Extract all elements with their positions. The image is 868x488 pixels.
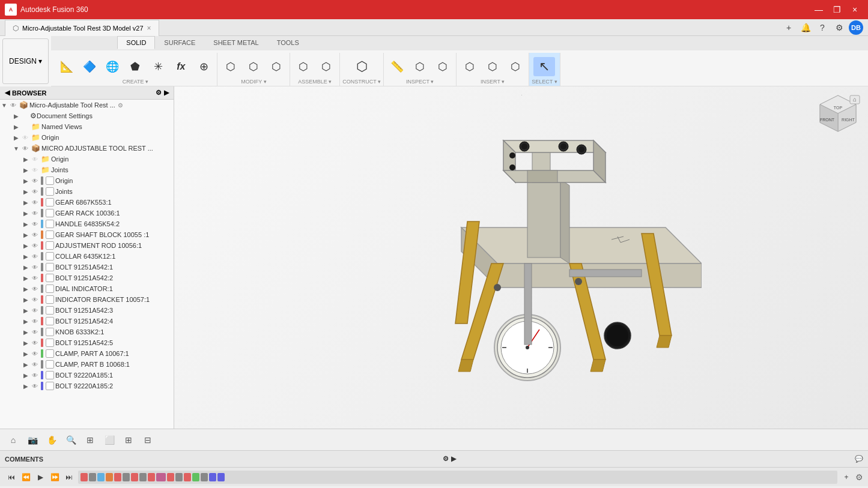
new-tab-btn[interactable]: + bbox=[782, 20, 796, 35]
tree-root[interactable]: ▼ 👁 📦 Micro-Adjustable Tool Rest ... ⚙ bbox=[0, 100, 174, 110]
parts-list: ▶👁 Origin▶👁 Joints▶👁 GEAR 6867K553:1▶👁 G… bbox=[0, 175, 174, 391]
svg-marker-0 bbox=[461, 227, 702, 264]
create-fx-btn[interactable]: fx bbox=[170, 59, 192, 74]
tree-part-9[interactable]: ▶👁 BOLT 91251A542:2 bbox=[0, 273, 174, 283]
tree-part-18[interactable]: ▶👁 BOLT 92220A185:1 bbox=[0, 370, 174, 381]
timeline-track[interactable] bbox=[78, 471, 837, 484]
root-options[interactable]: ⚙ bbox=[118, 102, 123, 109]
toolbar-wrapper: DESIGN ▾ SOLID SURFACE SHEET METAL TOOLS… bbox=[0, 36, 868, 86]
maximize-btn[interactable]: ❐ bbox=[828, 1, 845, 18]
tree-part-16[interactable]: ▶👁 CLAMP, PART A 10067:1 bbox=[0, 348, 174, 359]
tree-origin2[interactable]: ▶ 👁 📁 Origin bbox=[0, 154, 174, 164]
tree-named-views[interactable]: ▶ 📁 Named Views bbox=[0, 121, 174, 132]
tree-part-14[interactable]: ▶👁 KNOB 6333K2:1 bbox=[0, 327, 174, 337]
user-btn[interactable]: DB bbox=[849, 20, 863, 35]
tab-right-controls: + 🔔 ? ⚙ DB bbox=[782, 19, 863, 35]
tree-origin[interactable]: ▶ 👁 📁 Origin bbox=[0, 132, 174, 143]
ribbon-toolbar: 📐 🔷 🌐 ⬟ ✳ fx bbox=[51, 50, 868, 86]
tree-part-3[interactable]: ▶👁 GEAR RACK 10036:1 bbox=[0, 208, 174, 218]
create-extrude-btn[interactable]: 🔷 bbox=[79, 59, 100, 74]
tree-part-13[interactable]: ▶👁 BOLT 91251A542:4 bbox=[0, 316, 174, 327]
minimize-btn[interactable]: — bbox=[810, 1, 827, 18]
modify-btn1[interactable]: ⬡ bbox=[220, 59, 241, 74]
svg-point-16 bbox=[509, 152, 515, 158]
timeline-play-btn[interactable]: ▶ bbox=[34, 471, 47, 484]
browser-more-icon[interactable]: ▶ bbox=[164, 89, 169, 97]
tab-surface[interactable]: SURFACE bbox=[155, 36, 204, 49]
tab-close-btn[interactable]: × bbox=[147, 24, 151, 32]
inspect-measure-btn[interactable]: 📏 bbox=[386, 59, 408, 74]
tree-part-5[interactable]: ▶👁 GEAR SHAFT BLOCK 10055 :1 bbox=[0, 229, 174, 240]
tree-part-10[interactable]: ▶👁 DIAL INDICATOR:1 bbox=[0, 283, 174, 294]
timeline-first-btn[interactable]: ⏮ bbox=[5, 471, 18, 484]
modify-btn2[interactable]: ⬡ bbox=[243, 59, 264, 74]
tree-assembly[interactable]: ▼ 👁 📦 MICRO ADJUSTABLE TOOL REST ... bbox=[0, 143, 174, 154]
tree-doc-settings[interactable]: ▶ ⚙ Document Settings bbox=[0, 110, 174, 121]
create-revolve-btn[interactable]: 🌐 bbox=[102, 59, 123, 74]
tree-part-7[interactable]: ▶👁 COLLAR 6435K12:1 bbox=[0, 251, 174, 262]
svg-marker-24 bbox=[657, 336, 672, 348]
create-sweep-btn[interactable]: ⬟ bbox=[124, 59, 146, 74]
svg-marker-6 bbox=[503, 140, 605, 152]
camera-btn[interactable]: 📷 bbox=[24, 432, 41, 448]
timeline-settings-icon[interactable]: ⚙ bbox=[855, 472, 863, 482]
assemble-btn1[interactable]: ⬡ bbox=[293, 59, 314, 74]
tree-part-12[interactable]: ▶👁 BOLT 91251A542:3 bbox=[0, 305, 174, 316]
select-btn[interactable]: ↖ bbox=[533, 57, 555, 76]
inspect-btn3[interactable]: ⬡ bbox=[432, 59, 454, 74]
display-mode-btn[interactable]: ⬜ bbox=[101, 432, 118, 448]
tab-tools[interactable]: TOOLS bbox=[268, 36, 308, 49]
tree-joints[interactable]: ▶ 👁 📁 Joints bbox=[0, 164, 174, 175]
search-btn[interactable]: ? bbox=[815, 20, 830, 35]
browser-title: BROWSER bbox=[12, 89, 46, 97]
chat-icon[interactable]: 💬 bbox=[855, 455, 863, 463]
tree-part-8[interactable]: ▶👁 BOLT 91251A542:1 bbox=[0, 262, 174, 273]
timeline-next-btn[interactable]: ⏩ bbox=[48, 471, 61, 484]
home-view-btn[interactable]: ⌂ bbox=[5, 432, 22, 448]
create-move-btn[interactable]: ⊕ bbox=[193, 59, 214, 74]
insert-btn3[interactable]: ⬡ bbox=[505, 59, 526, 74]
tree-part-2[interactable]: ▶👁 GEAR 6867K553:1 bbox=[0, 197, 174, 208]
tab-sheet-metal[interactable]: SHEET METAL bbox=[204, 36, 267, 49]
tree-part-1[interactable]: ▶👁 Joints bbox=[0, 186, 174, 197]
timeline-block bbox=[217, 473, 225, 481]
notifications-btn[interactable]: 🔔 bbox=[798, 20, 813, 35]
comments-settings-icon[interactable]: ⚙ bbox=[443, 455, 449, 463]
create-sketch-btn[interactable]: 📐 bbox=[56, 59, 77, 74]
inspect-btn2[interactable]: ⬡ bbox=[409, 59, 431, 74]
create-loft-btn[interactable]: ✳ bbox=[147, 59, 169, 74]
timeline-add-btn[interactable]: + bbox=[840, 471, 853, 484]
timeline-block bbox=[148, 473, 155, 481]
help-btn[interactable]: ⚙ bbox=[832, 20, 846, 35]
tree-part-19[interactable]: ▶👁 BOLT 92220A185:2 bbox=[0, 381, 174, 391]
design-button[interactable]: DESIGN ▾ bbox=[2, 38, 49, 84]
tree-part-4[interactable]: ▶👁 HANDLE 64835K54:2 bbox=[0, 218, 174, 229]
tree-part-15[interactable]: ▶👁 BOLT 91251A542:5 bbox=[0, 337, 174, 348]
browser-collapse-icon[interactable]: ◀ bbox=[5, 89, 10, 97]
assemble-btn2[interactable]: ⬡ bbox=[315, 59, 337, 74]
tree-part-6[interactable]: ▶👁 ADJUSTMENT ROD 10056:1 bbox=[0, 240, 174, 251]
tree-part-17[interactable]: ▶👁 CLAMP, PART B 10068:1 bbox=[0, 359, 174, 370]
env-btn[interactable]: ⊟ bbox=[139, 432, 156, 448]
construct-btn[interactable]: ⬡ bbox=[351, 58, 372, 75]
timeline-prev-btn[interactable]: ⏪ bbox=[19, 471, 32, 484]
insert-btn1[interactable]: ⬡ bbox=[459, 59, 481, 74]
document-tab[interactable]: ⬡ Micro-Adjustable Tool Rest 3D Model v2… bbox=[5, 20, 159, 36]
tree-part-11[interactable]: ▶👁 INDICATOR BRACKET 10057:1 bbox=[0, 294, 174, 305]
zoom-btn[interactable]: 🔍 bbox=[62, 432, 79, 448]
viewport[interactable]: · bbox=[174, 86, 868, 429]
browser-settings-icon[interactable]: ⚙ bbox=[156, 89, 162, 97]
tab-solid[interactable]: SOLID bbox=[117, 36, 155, 49]
modify-btn3[interactable]: ⬡ bbox=[266, 59, 287, 74]
pan-btn[interactable]: ✋ bbox=[43, 432, 60, 448]
close-btn[interactable]: × bbox=[846, 1, 863, 18]
zoom-fit-btn[interactable]: ⊞ bbox=[82, 432, 99, 448]
insert-btn2[interactable]: ⬡ bbox=[482, 59, 503, 74]
tree-part-0[interactable]: ▶👁 Origin bbox=[0, 175, 174, 186]
comments-expand-icon[interactable]: ▶ bbox=[451, 455, 456, 463]
timeline-block bbox=[209, 473, 216, 481]
grid-btn[interactable]: ⊞ bbox=[120, 432, 137, 448]
viewcube[interactable]: TOP RIGHT FRONT ⌂ bbox=[814, 92, 862, 140]
timeline-last-btn[interactable]: ⏭ bbox=[62, 471, 76, 484]
select-cursor-icon: ↖ bbox=[539, 59, 550, 74]
